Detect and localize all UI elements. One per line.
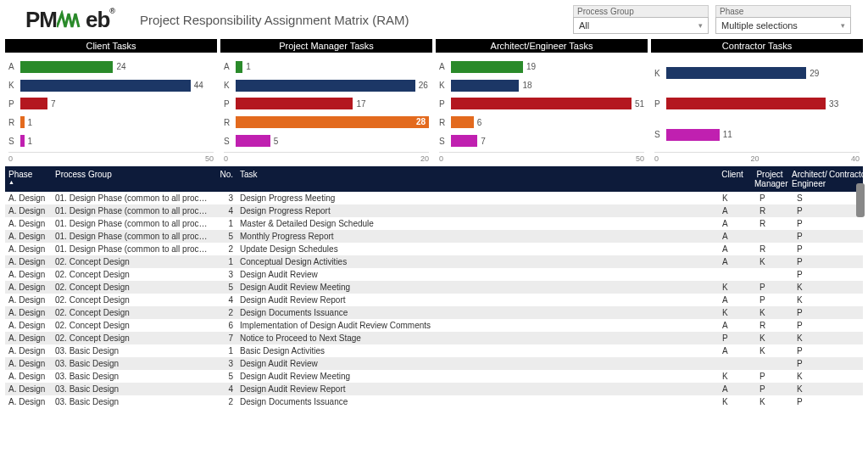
cell-phase: A. Design	[5, 192, 52, 204]
select-value: All	[579, 20, 589, 31]
chart-card[interactable]: Contractor TasksK29P33S1102040	[651, 39, 863, 163]
cell-contractor	[826, 357, 863, 370]
bar-row: P17	[224, 97, 429, 111]
cell-client: A	[714, 204, 751, 217]
select-value: Multiple selections	[721, 20, 798, 31]
cell-pm	[751, 230, 788, 243]
table-row[interactable]: A. Design03. Basic Design5Design Audit R…	[5, 370, 863, 383]
col-client[interactable]: Client	[714, 166, 751, 192]
cell-no: 3	[213, 357, 236, 370]
cell-contractor	[826, 383, 863, 395]
bar-category: R	[439, 118, 451, 127]
page-title: Project Responsibility Assignment Matrix…	[140, 13, 409, 27]
cell-task: Design Progress Meeting	[236, 192, 714, 204]
cell-phase: A. Design	[5, 344, 52, 357]
bar	[666, 129, 720, 141]
scrollbar-thumb[interactable]	[856, 183, 865, 217]
table-row[interactable]: A. Design03. Basic Design3Design Audit R…	[5, 357, 863, 370]
cell-pm: P	[751, 294, 788, 306]
table-row[interactable]: A. Design02. Concept Design5Design Audit…	[5, 281, 863, 294]
bar-category: P	[8, 99, 20, 109]
cell-pm: P	[751, 281, 788, 294]
cell-task: Design Documents Issuance	[236, 395, 714, 408]
chart-card[interactable]: Project Manager TasksA1K26P17R28S5020	[220, 39, 432, 163]
chart-title: Architect/Engineer Tasks	[436, 39, 648, 53]
cell-no: 7	[213, 332, 236, 344]
col-pm[interactable]: Project Manager	[751, 166, 788, 192]
cell-pm: R	[751, 217, 788, 230]
x-axis: 050	[8, 152, 214, 163]
filters: Process Group All ▾ Phase Multiple selec…	[573, 5, 851, 34]
table-row[interactable]: A. Design01. Design Phase (common to all…	[5, 192, 863, 204]
bar-value: 1	[246, 62, 251, 71]
cell-ae: K	[788, 294, 826, 306]
filter-label: Process Group	[573, 5, 709, 17]
cell-contractor	[826, 319, 863, 332]
bar-row: A1	[224, 59, 429, 74]
cell-task: Design Audit Review Report	[236, 383, 714, 395]
cell-no: 1	[213, 344, 236, 357]
table-row[interactable]: A. Design02. Concept Design3Design Audit…	[5, 268, 863, 281]
col-process-group[interactable]: Process Group	[52, 166, 213, 192]
cell-ae: P	[788, 268, 826, 281]
table-row[interactable]: A. Design01. Design Phase (common to all…	[5, 243, 863, 255]
cell-contractor	[826, 268, 863, 281]
bar-category: R	[8, 118, 20, 127]
bar-row: K26	[224, 78, 429, 92]
cell-process-group: 01. Design Phase (common to all processe…	[52, 243, 213, 255]
registered-mark: ®	[109, 7, 114, 15]
cell-client: A	[714, 217, 751, 230]
bar-value: 24	[116, 62, 125, 71]
cell-task: Monthly Progress Report	[236, 230, 714, 243]
bar-value: 28	[416, 116, 426, 128]
cell-process-group: 01. Design Phase (common to all processe…	[52, 230, 213, 243]
bar-value: 44	[194, 81, 203, 90]
table-row[interactable]: A. Design03. Basic Design2Design Documen…	[5, 395, 863, 408]
cell-process-group: 03. Basic Design	[52, 383, 213, 395]
cell-task: Design Audit Review Report	[236, 294, 714, 306]
col-ae[interactable]: Architect/ Engineer	[788, 166, 826, 192]
bar-row: S11	[654, 127, 860, 142]
cell-phase: A. Design	[5, 294, 52, 306]
cell-pm: K	[751, 332, 788, 344]
col-task[interactable]: Task	[236, 166, 714, 192]
table-row[interactable]: A. Design01. Design Phase (common to all…	[5, 204, 863, 217]
table-row[interactable]: A. Design01. Design Phase (common to all…	[5, 217, 863, 230]
bar-value: 11	[723, 130, 732, 139]
table-row[interactable]: A. Design02. Concept Design2Design Docum…	[5, 306, 863, 319]
table-row[interactable]: A. Design03. Basic Design4Design Audit R…	[5, 383, 863, 395]
table-row[interactable]: A. Design02. Concept Design4Design Audit…	[5, 294, 863, 306]
cell-process-group: 03. Basic Design	[52, 344, 213, 357]
process-group-select[interactable]: All ▾	[573, 17, 709, 34]
bar	[20, 61, 113, 73]
table-row[interactable]: A. Design02. Concept Design7Notice to Pr…	[5, 332, 863, 344]
cell-contractor	[826, 281, 863, 294]
bar	[666, 98, 826, 109]
bar-row: R6	[439, 115, 644, 130]
phase-select[interactable]: Multiple selections ▾	[715, 17, 851, 34]
chart-card[interactable]: Architect/Engineer TasksA19K18P51R6S7050	[436, 39, 648, 163]
cell-phase: A. Design	[5, 306, 52, 319]
cell-ae: K	[788, 332, 826, 344]
table-row[interactable]: A. Design03. Basic Design1Basic Design A…	[5, 344, 863, 357]
cell-no: 4	[213, 383, 236, 395]
table-row[interactable]: A. Design01. Design Phase (common to all…	[5, 230, 863, 243]
cell-process-group: 02. Concept Design	[52, 268, 213, 281]
table-body: A. Design01. Design Phase (common to all…	[5, 192, 863, 408]
bar	[20, 135, 25, 147]
col-phase[interactable]: Phase ▲	[5, 166, 52, 192]
cell-pm: K	[751, 306, 788, 319]
cell-ae: K	[788, 383, 826, 395]
chevron-down-icon: ▾	[698, 21, 703, 30]
cell-process-group: 03. Basic Design	[52, 395, 213, 408]
cell-task: Master & Detailed Design Schedule	[236, 217, 714, 230]
chart-card[interactable]: Client TasksA24K44P7R1S1050	[5, 39, 217, 163]
table-row[interactable]: A. Design02. Concept Design1Conceptual D…	[5, 255, 863, 268]
bar	[20, 80, 191, 92]
cell-ae: P	[788, 319, 826, 332]
table-row[interactable]: A. Design02. Concept Design6Implementati…	[5, 319, 863, 332]
cell-phase: A. Design	[5, 332, 52, 344]
x-axis: 020	[224, 152, 429, 163]
bar	[20, 98, 47, 109]
col-no[interactable]: No.	[213, 166, 236, 192]
